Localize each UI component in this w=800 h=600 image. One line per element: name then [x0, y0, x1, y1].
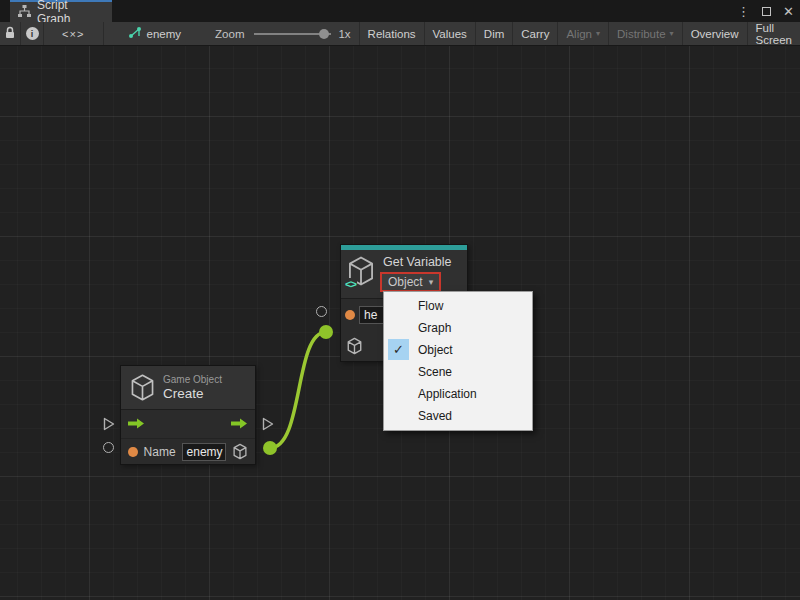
string-port-dot[interactable]	[128, 447, 138, 457]
values-button[interactable]: Values	[424, 22, 475, 45]
chevron-down-icon: ▾	[429, 277, 434, 287]
toolbar-right-buttons: Relations Values Dim Carry Align ▾ Distr…	[359, 22, 800, 45]
dim-button[interactable]: Dim	[475, 22, 512, 45]
create-name-input-port[interactable]	[103, 442, 114, 453]
chevron-down-icon: ▾	[670, 29, 674, 38]
zoom-slider[interactable]	[254, 22, 331, 45]
code-brackets-icon: <×>	[62, 28, 84, 40]
zoom-label: Zoom	[215, 22, 244, 45]
lock-button[interactable]	[0, 22, 21, 45]
menu-item-scene[interactable]: Scene	[384, 361, 532, 383]
menu-item-saved[interactable]: Saved	[384, 405, 532, 427]
distribute-button: Distribute ▾	[608, 22, 682, 45]
string-port-dot[interactable]	[345, 310, 355, 320]
gameobject-port-cube-icon[interactable]	[346, 337, 363, 355]
graph-canvas[interactable]: <> Get Variable Object ▾ he	[0, 46, 800, 600]
full-screen-button[interactable]: Full Screen	[747, 22, 800, 45]
flow-out-arrow-icon[interactable]	[231, 415, 248, 433]
create-node-header: Game Object Create	[121, 366, 255, 409]
inspect-button[interactable]: i	[21, 22, 44, 45]
check-icon: ✓	[388, 339, 409, 360]
menu-item-graph[interactable]: Graph	[384, 317, 532, 339]
close-icon[interactable]: ✕	[783, 4, 794, 19]
gameobject-output-cube-icon	[232, 443, 248, 460]
breadcrumb-graph-name: enemy	[147, 28, 182, 40]
gameobject-cube-icon	[129, 373, 156, 402]
create-flow-in-port[interactable]	[103, 417, 115, 435]
graph-node-icon	[128, 26, 142, 41]
variable-cube-icon: <>	[346, 255, 376, 289]
variable-scope-menu: Flow Graph ✓ Object Scene Application Sa…	[383, 291, 533, 431]
info-icon: i	[26, 27, 39, 40]
node-title: Create	[163, 386, 222, 401]
name-param-label: Name	[144, 445, 176, 459]
menu-item-flow[interactable]: Flow	[384, 295, 532, 317]
tab-script-graph[interactable]: Script Graph	[10, 0, 112, 22]
graph-hierarchy-icon	[18, 5, 31, 20]
menu-item-application[interactable]: Application	[384, 383, 532, 405]
node-category: Game Object	[163, 374, 222, 385]
tab-bar: Script Graph ⋮ ✕	[0, 0, 800, 22]
align-button: Align ▾	[557, 22, 608, 45]
variable-scope-dropdown[interactable]: Object ▾	[380, 272, 441, 292]
script-graph-window: Script Graph ⋮ ✕ i <×>	[0, 0, 800, 600]
flow-in-arrow-icon[interactable]	[128, 415, 145, 433]
code-brackets-glyph: <>	[344, 278, 357, 290]
getvariable-object-port-connected	[319, 325, 333, 339]
zoom-value: 1x	[338, 22, 350, 45]
zoom-slider-handle[interactable]	[319, 29, 329, 39]
graph-toolbar: i <×> enemy Zoom 1x Relations Values Dim…	[0, 22, 800, 46]
graph-breadcrumb[interactable]: enemy	[128, 22, 182, 45]
window-menu-icon[interactable]: ⋮	[737, 4, 750, 19]
carry-button[interactable]: Carry	[512, 22, 557, 45]
create-node-body: Name enemy	[121, 409, 255, 464]
name-input-field[interactable]: enemy	[182, 443, 226, 461]
create-output-port-connected	[263, 441, 277, 455]
window-controls: ⋮ ✕	[737, 0, 794, 22]
getvariable-name-input-port[interactable]	[316, 306, 327, 317]
create-flow-out-port[interactable]	[262, 417, 274, 435]
overview-button[interactable]: Overview	[682, 22, 747, 45]
variables-button[interactable]: <×>	[44, 22, 104, 45]
lock-icon	[4, 26, 16, 41]
maximize-icon[interactable]	[762, 7, 771, 16]
menu-item-object[interactable]: ✓ Object	[384, 339, 532, 361]
create-gameobject-node[interactable]: Game Object Create Name enemy	[120, 365, 256, 465]
node-title: Get Variable	[380, 255, 452, 269]
relations-button[interactable]: Relations	[359, 22, 424, 45]
chevron-down-icon: ▾	[596, 29, 600, 38]
